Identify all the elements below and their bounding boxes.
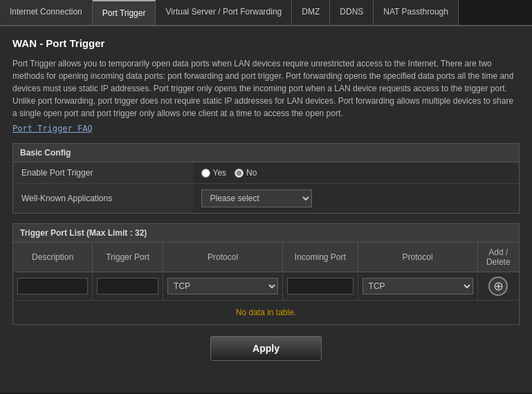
add-button[interactable]: ⊕ xyxy=(488,276,508,296)
no-data-row: No data in table. xyxy=(13,301,520,325)
tab-dmz[interactable]: DMZ xyxy=(292,0,330,25)
faq-link[interactable]: Port Trigger FAQ xyxy=(12,124,520,133)
tab-virtual-server[interactable]: Virtual Server / Port Forwarding xyxy=(156,0,292,25)
description-text: Port Trigger allows you to temporarily o… xyxy=(12,57,520,120)
tab-port-trigger[interactable]: Port Trigger xyxy=(93,0,156,25)
yes-radio-label[interactable]: Yes xyxy=(201,168,227,178)
basic-config-header: Basic Config xyxy=(12,143,520,162)
no-data-message: No data in table. xyxy=(13,301,520,325)
apply-button[interactable]: Apply xyxy=(210,336,322,361)
enable-radio-group: Yes No xyxy=(201,168,511,178)
port-list-input-row: TCP UDP TCP/UDP TCP UDP TCP/UDP xyxy=(13,272,520,301)
col-protocol-trigger: Protocol xyxy=(163,243,283,272)
basic-config-table: Enable Port Trigger Yes No Well-Known Ap… xyxy=(12,162,520,214)
trigger-protocol-select[interactable]: TCP UDP TCP/UDP xyxy=(167,278,278,294)
no-label: No xyxy=(246,168,257,178)
incoming-port-input[interactable] xyxy=(287,278,353,294)
tab-ddns[interactable]: DDNS xyxy=(330,0,374,25)
col-incoming-port: Incoming Port xyxy=(283,243,358,272)
col-add-delete: Add / Delete xyxy=(477,243,519,272)
nav-tabs: Internet Connection Port Trigger Virtual… xyxy=(0,0,532,26)
page-title: WAN - Port Trigger xyxy=(12,37,520,49)
well-known-apps-select[interactable]: Please select Custom FTP HTTP HTTPS Teln… xyxy=(201,189,312,207)
tab-internet-connection[interactable]: Internet Connection xyxy=(0,0,93,25)
yes-label: Yes xyxy=(213,168,227,178)
description-input[interactable] xyxy=(17,278,88,294)
main-content: WAN - Port Trigger Port Trigger allows y… xyxy=(0,26,532,393)
col-protocol-incoming: Protocol xyxy=(358,243,477,272)
well-known-apps-label: Well-Known Applications xyxy=(13,184,193,214)
well-known-apps-row: Well-Known Applications Please select Cu… xyxy=(13,184,520,214)
tab-nat-passthrough[interactable]: NAT Passthrough xyxy=(374,0,459,25)
incoming-protocol-select[interactable]: TCP UDP TCP/UDP xyxy=(363,278,473,294)
port-list-header-row: Description Trigger Port Protocol Incomi… xyxy=(13,243,520,272)
trigger-port-input[interactable] xyxy=(97,278,158,294)
enable-port-trigger-label: Enable Port Trigger xyxy=(13,162,193,184)
yes-radio[interactable] xyxy=(201,169,210,178)
no-radio-label[interactable]: No xyxy=(235,168,257,178)
col-trigger-port: Trigger Port xyxy=(93,243,163,272)
apply-container: Apply xyxy=(12,325,520,365)
port-list-table: Description Trigger Port Protocol Incomi… xyxy=(12,242,520,325)
col-description: Description xyxy=(13,243,93,272)
port-list-header: Trigger Port List (Max Limit : 32) xyxy=(12,223,520,242)
no-radio[interactable] xyxy=(235,169,244,178)
enable-port-trigger-row: Enable Port Trigger Yes No xyxy=(13,162,520,184)
